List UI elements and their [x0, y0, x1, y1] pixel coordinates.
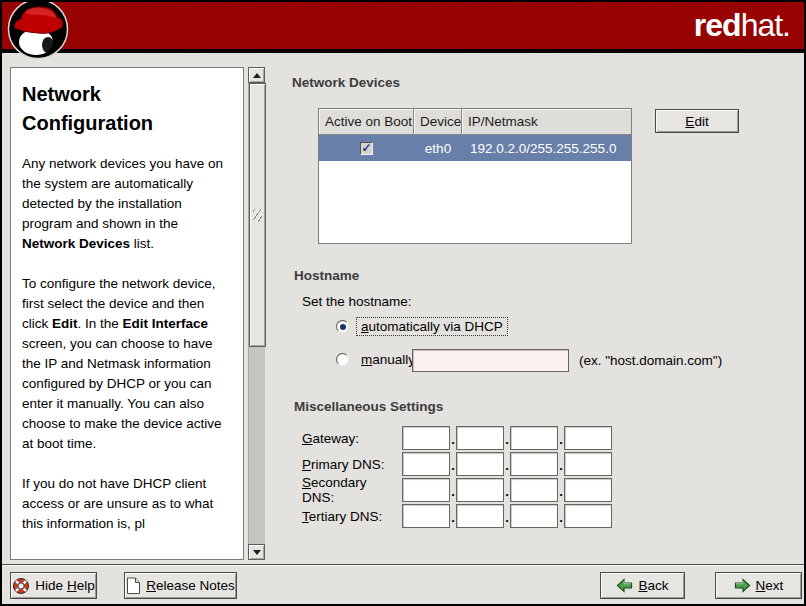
hostname-title: Hostname — [294, 268, 359, 283]
secondary-dns-octet-2[interactable] — [456, 478, 504, 502]
document-icon — [126, 577, 141, 595]
primary-dns-octet-1[interactable] — [402, 452, 450, 476]
column-header-device[interactable]: Device — [414, 109, 462, 135]
redhat-shadowman-logo — [5, 2, 71, 61]
release-notes-button[interactable]: Release Notes — [124, 572, 237, 599]
next-button[interactable]: Next — [715, 572, 802, 599]
secondary-dns-row: Secondary DNS: . . . — [302, 478, 612, 502]
gateway-label: Gateway: — [302, 431, 402, 446]
secondary-dns-octet-1[interactable] — [402, 478, 450, 502]
gateway-row: Gateway: . . . — [302, 426, 612, 450]
tertiary-dns-octet-4[interactable] — [564, 504, 612, 528]
help-title: Network Configuration — [22, 80, 231, 138]
gateway-octet-2[interactable] — [456, 426, 504, 450]
scrollbar-grip-icon — [253, 209, 262, 222]
tertiary-dns-octet-2[interactable] — [456, 504, 504, 528]
primary-dns-row: Primary DNS: . . . — [302, 452, 612, 476]
network-devices-table: Active on Boot Device IP/Netmask ✓ eth0 … — [318, 108, 632, 244]
scrollbar-track[interactable] — [248, 83, 265, 544]
header-divider — [2, 49, 804, 53]
life-preserver-icon — [12, 577, 30, 595]
brand-light: hat. — [741, 7, 790, 43]
header-banner — [2, 2, 804, 49]
primary-dns-octet-3[interactable] — [510, 452, 558, 476]
help-paragraph-2: To configure the network device, first s… — [22, 274, 231, 454]
scrollbar-down-button[interactable] — [248, 544, 265, 560]
column-header-active-on-boot[interactable]: Active on Boot — [319, 109, 414, 135]
misc-settings-title: Miscellaneous Settings — [294, 399, 443, 414]
installer-window: redhat. Network Configuration Any networ… — [0, 0, 806, 606]
tertiary-dns-label: Tertiary DNS: — [302, 509, 402, 524]
scrollbar-up-icon — [253, 73, 261, 78]
radio-manually-label[interactable]: manually — [356, 350, 420, 369]
active-on-boot-checkbox[interactable]: ✓ — [360, 142, 373, 155]
scrollbar-down-icon — [253, 550, 261, 555]
table-header-row: Active on Boot Device IP/Netmask — [319, 109, 631, 135]
hostname-manual-option[interactable]: manually — [336, 350, 420, 369]
set-hostname-label: Set the hostname: — [302, 294, 412, 309]
gateway-octet-4[interactable] — [564, 426, 612, 450]
edit-button[interactable]: Edit — [655, 109, 739, 133]
radio-manually[interactable] — [336, 353, 349, 366]
secondary-dns-octet-4[interactable] — [564, 478, 612, 502]
primary-dns-octet-4[interactable] — [564, 452, 612, 476]
hostname-hint: (ex. "host.domain.com") — [579, 353, 722, 368]
primary-dns-label: Primary DNS: — [302, 457, 402, 472]
help-paragraph-3: If you do not have DHCP client access or… — [22, 474, 231, 534]
gateway-octet-1[interactable] — [402, 426, 450, 450]
hostname-input[interactable] — [412, 349, 569, 372]
hostname-auto-option[interactable]: automatically via DHCP — [336, 317, 508, 336]
tertiary-dns-row: Tertiary DNS: . . . — [302, 504, 612, 528]
table-row-eth0[interactable]: ✓ eth0 192.0.2.0/255.255.255.0 — [319, 135, 631, 161]
help-panel: Network Configuration Any network device… — [10, 67, 244, 560]
back-arrow-icon — [616, 578, 633, 593]
secondary-dns-octet-3[interactable] — [510, 478, 558, 502]
network-devices-title: Network Devices — [292, 75, 400, 90]
next-arrow-icon — [734, 578, 751, 593]
secondary-dns-label: Secondary DNS: — [302, 475, 402, 505]
back-button[interactable]: Back — [600, 572, 685, 599]
radio-auto-dhcp-label[interactable]: automatically via DHCP — [356, 317, 508, 336]
redhat-wordmark: redhat. — [694, 7, 790, 44]
brand-bold: red — [694, 7, 741, 43]
scrollbar-thumb[interactable] — [249, 83, 266, 347]
device-cell: eth0 — [414, 141, 462, 156]
gateway-octet-3[interactable] — [510, 426, 558, 450]
tertiary-dns-octet-3[interactable] — [510, 504, 558, 528]
help-paragraph-1: Any network devices you have on the syst… — [22, 154, 231, 254]
column-header-ip-netmask[interactable]: IP/Netmask — [462, 109, 631, 135]
hide-help-button[interactable]: Hide Help — [10, 572, 97, 599]
ip-netmask-cell: 192.0.2.0/255.255.255.0 — [462, 141, 616, 156]
tertiary-dns-octet-1[interactable] — [402, 504, 450, 528]
help-scrollbar[interactable] — [248, 67, 265, 560]
radio-auto-dhcp[interactable] — [336, 320, 349, 333]
scrollbar-up-button[interactable] — [248, 67, 265, 83]
primary-dns-octet-2[interactable] — [456, 452, 504, 476]
